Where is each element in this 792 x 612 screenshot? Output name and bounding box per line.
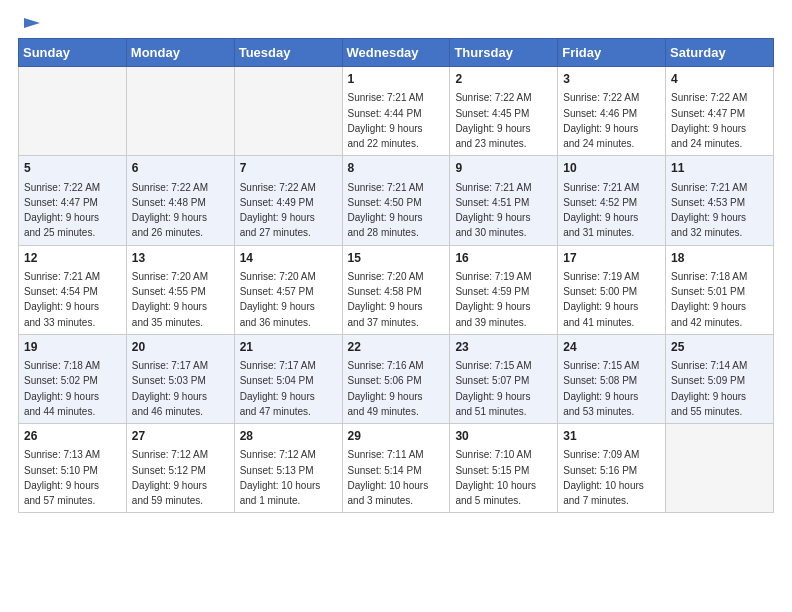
day-number: 14 xyxy=(240,250,337,267)
day-info: Sunrise: 7:22 AM Sunset: 4:45 PM Dayligh… xyxy=(455,92,531,149)
day-number: 4 xyxy=(671,71,768,88)
day-number: 1 xyxy=(348,71,445,88)
day-info: Sunrise: 7:15 AM Sunset: 5:08 PM Dayligh… xyxy=(563,360,639,417)
day-number: 8 xyxy=(348,160,445,177)
calendar-cell: 1Sunrise: 7:21 AM Sunset: 4:44 PM Daylig… xyxy=(342,67,450,156)
day-number: 12 xyxy=(24,250,121,267)
calendar-cell: 13Sunrise: 7:20 AM Sunset: 4:55 PM Dayli… xyxy=(126,245,234,334)
day-info: Sunrise: 7:22 AM Sunset: 4:48 PM Dayligh… xyxy=(132,182,208,239)
day-info: Sunrise: 7:13 AM Sunset: 5:10 PM Dayligh… xyxy=(24,449,100,506)
calendar-header-sunday: Sunday xyxy=(19,39,127,67)
day-number: 29 xyxy=(348,428,445,445)
calendar-cell: 28Sunrise: 7:12 AM Sunset: 5:13 PM Dayli… xyxy=(234,424,342,513)
day-info: Sunrise: 7:22 AM Sunset: 4:49 PM Dayligh… xyxy=(240,182,316,239)
day-info: Sunrise: 7:21 AM Sunset: 4:52 PM Dayligh… xyxy=(563,182,639,239)
calendar-cell: 18Sunrise: 7:18 AM Sunset: 5:01 PM Dayli… xyxy=(666,245,774,334)
day-info: Sunrise: 7:20 AM Sunset: 4:58 PM Dayligh… xyxy=(348,271,424,328)
calendar-cell: 30Sunrise: 7:10 AM Sunset: 5:15 PM Dayli… xyxy=(450,424,558,513)
calendar-week-row: 12Sunrise: 7:21 AM Sunset: 4:54 PM Dayli… xyxy=(19,245,774,334)
day-info: Sunrise: 7:12 AM Sunset: 5:13 PM Dayligh… xyxy=(240,449,321,506)
calendar-cell: 10Sunrise: 7:21 AM Sunset: 4:52 PM Dayli… xyxy=(558,156,666,245)
day-info: Sunrise: 7:20 AM Sunset: 4:57 PM Dayligh… xyxy=(240,271,316,328)
day-number: 18 xyxy=(671,250,768,267)
calendar-cell xyxy=(666,424,774,513)
calendar-cell: 2Sunrise: 7:22 AM Sunset: 4:45 PM Daylig… xyxy=(450,67,558,156)
calendar-cell: 12Sunrise: 7:21 AM Sunset: 4:54 PM Dayli… xyxy=(19,245,127,334)
day-info: Sunrise: 7:18 AM Sunset: 5:02 PM Dayligh… xyxy=(24,360,100,417)
day-info: Sunrise: 7:20 AM Sunset: 4:55 PM Dayligh… xyxy=(132,271,208,328)
calendar-cell: 16Sunrise: 7:19 AM Sunset: 4:59 PM Dayli… xyxy=(450,245,558,334)
day-info: Sunrise: 7:18 AM Sunset: 5:01 PM Dayligh… xyxy=(671,271,747,328)
calendar-cell: 20Sunrise: 7:17 AM Sunset: 5:03 PM Dayli… xyxy=(126,334,234,423)
logo xyxy=(18,18,42,30)
calendar-header-thursday: Thursday xyxy=(450,39,558,67)
day-number: 2 xyxy=(455,71,552,88)
day-number: 10 xyxy=(563,160,660,177)
calendar-week-row: 1Sunrise: 7:21 AM Sunset: 4:44 PM Daylig… xyxy=(19,67,774,156)
calendar-header-row: SundayMondayTuesdayWednesdayThursdayFrid… xyxy=(19,39,774,67)
logo-flag-icon xyxy=(20,14,42,36)
day-info: Sunrise: 7:19 AM Sunset: 4:59 PM Dayligh… xyxy=(455,271,531,328)
calendar-cell: 7Sunrise: 7:22 AM Sunset: 4:49 PM Daylig… xyxy=(234,156,342,245)
calendar-cell xyxy=(126,67,234,156)
calendar-cell: 9Sunrise: 7:21 AM Sunset: 4:51 PM Daylig… xyxy=(450,156,558,245)
day-info: Sunrise: 7:09 AM Sunset: 5:16 PM Dayligh… xyxy=(563,449,644,506)
day-number: 9 xyxy=(455,160,552,177)
day-number: 19 xyxy=(24,339,121,356)
day-number: 6 xyxy=(132,160,229,177)
day-number: 28 xyxy=(240,428,337,445)
day-number: 25 xyxy=(671,339,768,356)
calendar-week-row: 19Sunrise: 7:18 AM Sunset: 5:02 PM Dayli… xyxy=(19,334,774,423)
day-number: 31 xyxy=(563,428,660,445)
day-number: 26 xyxy=(24,428,121,445)
day-number: 20 xyxy=(132,339,229,356)
page: SundayMondayTuesdayWednesdayThursdayFrid… xyxy=(0,0,792,612)
calendar-header-tuesday: Tuesday xyxy=(234,39,342,67)
day-info: Sunrise: 7:17 AM Sunset: 5:03 PM Dayligh… xyxy=(132,360,208,417)
day-number: 24 xyxy=(563,339,660,356)
day-info: Sunrise: 7:16 AM Sunset: 5:06 PM Dayligh… xyxy=(348,360,424,417)
day-info: Sunrise: 7:17 AM Sunset: 5:04 PM Dayligh… xyxy=(240,360,316,417)
day-info: Sunrise: 7:21 AM Sunset: 4:53 PM Dayligh… xyxy=(671,182,747,239)
day-number: 3 xyxy=(563,71,660,88)
day-info: Sunrise: 7:21 AM Sunset: 4:54 PM Dayligh… xyxy=(24,271,100,328)
calendar-cell: 14Sunrise: 7:20 AM Sunset: 4:57 PM Dayli… xyxy=(234,245,342,334)
calendar-cell: 5Sunrise: 7:22 AM Sunset: 4:47 PM Daylig… xyxy=(19,156,127,245)
day-info: Sunrise: 7:21 AM Sunset: 4:50 PM Dayligh… xyxy=(348,182,424,239)
day-info: Sunrise: 7:21 AM Sunset: 4:51 PM Dayligh… xyxy=(455,182,531,239)
day-number: 21 xyxy=(240,339,337,356)
calendar-cell: 21Sunrise: 7:17 AM Sunset: 5:04 PM Dayli… xyxy=(234,334,342,423)
day-number: 7 xyxy=(240,160,337,177)
calendar-cell: 31Sunrise: 7:09 AM Sunset: 5:16 PM Dayli… xyxy=(558,424,666,513)
day-number: 17 xyxy=(563,250,660,267)
calendar-header-saturday: Saturday xyxy=(666,39,774,67)
calendar-header-monday: Monday xyxy=(126,39,234,67)
day-number: 16 xyxy=(455,250,552,267)
calendar: SundayMondayTuesdayWednesdayThursdayFrid… xyxy=(18,38,774,513)
day-number: 11 xyxy=(671,160,768,177)
calendar-header-wednesday: Wednesday xyxy=(342,39,450,67)
calendar-cell xyxy=(19,67,127,156)
calendar-cell: 19Sunrise: 7:18 AM Sunset: 5:02 PM Dayli… xyxy=(19,334,127,423)
header xyxy=(18,18,774,30)
calendar-cell: 26Sunrise: 7:13 AM Sunset: 5:10 PM Dayli… xyxy=(19,424,127,513)
calendar-week-row: 26Sunrise: 7:13 AM Sunset: 5:10 PM Dayli… xyxy=(19,424,774,513)
calendar-cell: 29Sunrise: 7:11 AM Sunset: 5:14 PM Dayli… xyxy=(342,424,450,513)
calendar-cell: 25Sunrise: 7:14 AM Sunset: 5:09 PM Dayli… xyxy=(666,334,774,423)
day-info: Sunrise: 7:22 AM Sunset: 4:47 PM Dayligh… xyxy=(671,92,747,149)
calendar-cell: 22Sunrise: 7:16 AM Sunset: 5:06 PM Dayli… xyxy=(342,334,450,423)
day-info: Sunrise: 7:21 AM Sunset: 4:44 PM Dayligh… xyxy=(348,92,424,149)
calendar-cell xyxy=(234,67,342,156)
calendar-cell: 3Sunrise: 7:22 AM Sunset: 4:46 PM Daylig… xyxy=(558,67,666,156)
calendar-header-friday: Friday xyxy=(558,39,666,67)
day-number: 15 xyxy=(348,250,445,267)
day-info: Sunrise: 7:10 AM Sunset: 5:15 PM Dayligh… xyxy=(455,449,536,506)
day-number: 23 xyxy=(455,339,552,356)
calendar-cell: 15Sunrise: 7:20 AM Sunset: 4:58 PM Dayli… xyxy=(342,245,450,334)
calendar-cell: 17Sunrise: 7:19 AM Sunset: 5:00 PM Dayli… xyxy=(558,245,666,334)
calendar-cell: 4Sunrise: 7:22 AM Sunset: 4:47 PM Daylig… xyxy=(666,67,774,156)
calendar-cell: 27Sunrise: 7:12 AM Sunset: 5:12 PM Dayli… xyxy=(126,424,234,513)
calendar-cell: 11Sunrise: 7:21 AM Sunset: 4:53 PM Dayli… xyxy=(666,156,774,245)
day-info: Sunrise: 7:11 AM Sunset: 5:14 PM Dayligh… xyxy=(348,449,429,506)
day-info: Sunrise: 7:22 AM Sunset: 4:46 PM Dayligh… xyxy=(563,92,639,149)
